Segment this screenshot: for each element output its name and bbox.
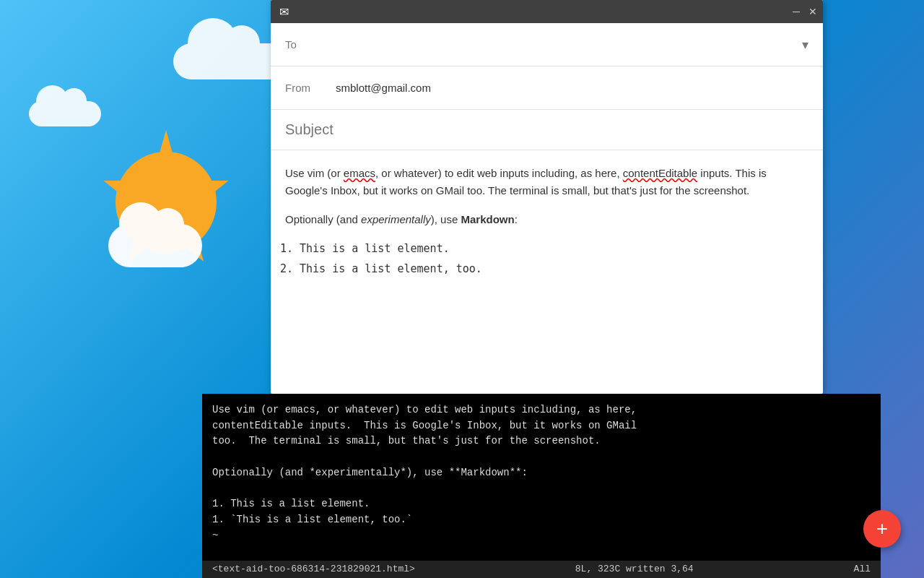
terminal-content: Use vim (or emacs, or whatever) to edit … (212, 402, 871, 543)
list-item-2: This is a list element, too. (300, 260, 808, 277)
subject-input[interactable] (285, 121, 808, 138)
terminal-status-bar: <text-aid-too-686314-231829021.html> 8L,… (202, 561, 881, 578)
terminal-window[interactable]: Use vim (or emacs, or whatever) to edit … (202, 394, 881, 578)
message-paragraph-2: Optionally (and experimentally), use Mar… (285, 211, 808, 228)
from-row: From smblott@gmail.com (271, 66, 823, 110)
emacs-link: emacs (344, 167, 375, 179)
message-body[interactable]: Use vim (or emacs, or whatever) to edit … (271, 150, 823, 394)
sun-container (94, 123, 238, 282)
markdown-text: Markdown (461, 213, 514, 225)
subject-row (271, 110, 823, 150)
expand-icon[interactable]: ▾ (802, 37, 808, 53)
compose-fab-button[interactable]: + (863, 510, 901, 548)
from-label: From (285, 82, 336, 94)
mail-icon: ✉ (279, 5, 289, 19)
sun-cloud (108, 224, 202, 267)
from-value: smblott@gmail.com (336, 82, 808, 94)
message-paragraph-1: Use vim (or emacs, or whatever) to edit … (285, 165, 808, 199)
terminal-mode: All (854, 562, 871, 577)
to-input[interactable] (336, 38, 802, 51)
to-row: To ▾ (271, 23, 823, 66)
message-list: This is a list element. This is a list e… (300, 240, 808, 277)
close-button[interactable]: ✕ (808, 7, 817, 17)
to-label: To (285, 38, 336, 51)
terminal-info: 8L, 323C written 3,64 (575, 562, 694, 577)
cloud-small (29, 101, 101, 126)
experimentally-text: experimentally (361, 213, 431, 225)
minimize-button[interactable]: ─ (793, 7, 800, 17)
list-item-1: This is a list element. (300, 240, 808, 257)
window-titlebar: ✉ ─ ✕ (271, 0, 823, 23)
compose-window: ✉ ─ ✕ To ▾ From smblott@gmail.com Use vi… (271, 0, 823, 394)
contenteditable-link: contentEditable (623, 167, 697, 179)
compose-body: To ▾ From smblott@gmail.com Use vim (or … (271, 23, 823, 394)
window-controls: ─ ✕ (793, 7, 817, 17)
terminal-filename: <text-aid-too-686314-231829021.html> (212, 562, 415, 577)
